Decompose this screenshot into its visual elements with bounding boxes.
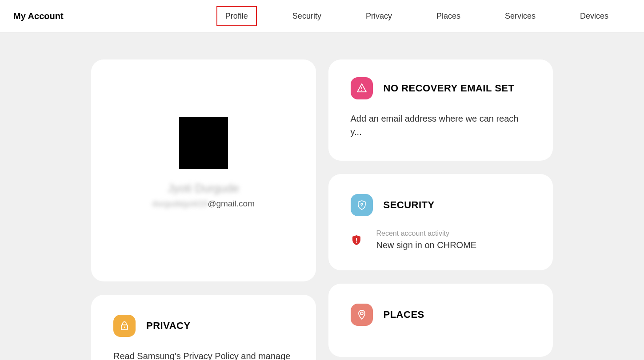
privacy-desc: Read Samsung's Privacy Policy and manage <box>113 349 294 360</box>
security-card-header: SECURITY <box>351 194 531 216</box>
profile-name: Jyoti Durgude <box>168 182 239 195</box>
tab-security[interactable]: Security <box>284 6 330 26</box>
places-card[interactable]: PLACES <box>328 284 553 357</box>
places-card-header: PLACES <box>351 304 531 326</box>
header: My Account Profile Security Privacy Plac… <box>0 0 644 33</box>
security-activity-row: Recent account activity New sign in on C… <box>351 229 531 250</box>
svg-point-4 <box>361 203 363 205</box>
recovery-title: NO RECOVERY EMAIL SET <box>384 83 515 94</box>
warning-icon <box>351 77 373 99</box>
location-pin-icon <box>351 304 373 326</box>
tab-profile[interactable]: Profile <box>216 6 257 26</box>
recovery-desc: Add an email address where we can reach … <box>351 112 531 138</box>
privacy-title: PRIVACY <box>146 320 191 332</box>
svg-point-7 <box>356 241 357 243</box>
profile-card[interactable]: Jyoti Durgude durgudejyoti19@gmail.com <box>91 59 316 281</box>
svg-point-3 <box>361 90 362 91</box>
profile-email-prefix: durgudejyoti19 <box>152 199 208 208</box>
page-title: My Account <box>13 11 64 21</box>
tab-places[interactable]: Places <box>428 6 469 26</box>
left-column: Jyoti Durgude durgudejyoti19@gmail.com P… <box>91 59 316 360</box>
right-column: NO RECOVERY EMAIL SET Add an email addre… <box>328 59 553 357</box>
tab-privacy[interactable]: Privacy <box>357 6 401 26</box>
recovery-email-card[interactable]: NO RECOVERY EMAIL SET Add an email addre… <box>328 59 553 161</box>
alert-shield-icon <box>351 234 362 246</box>
lock-icon <box>113 315 136 337</box>
tab-devices[interactable]: Devices <box>571 6 617 26</box>
shield-icon <box>351 194 373 216</box>
privacy-card[interactable]: PRIVACY Read Samsung's Privacy Policy an… <box>91 295 316 360</box>
profile-email-domain: @gmail.com <box>208 199 255 208</box>
recovery-card-header: NO RECOVERY EMAIL SET <box>351 77 531 99</box>
activity-label: Recent account activity <box>376 229 477 237</box>
svg-point-8 <box>360 312 363 315</box>
security-activity-text: Recent account activity New sign in on C… <box>376 229 477 250</box>
security-card[interactable]: SECURITY Recent account activity New sig… <box>328 174 553 270</box>
activity-value: New sign in on CHROME <box>376 240 477 250</box>
svg-point-1 <box>124 327 125 328</box>
avatar <box>179 117 228 169</box>
places-title: PLACES <box>384 309 424 320</box>
profile-email: durgudejyoti19@gmail.com <box>152 199 255 209</box>
nav: Profile Security Privacy Places Services… <box>216 6 631 26</box>
content-area: Jyoti Durgude durgudejyoti19@gmail.com P… <box>0 33 644 360</box>
tab-services[interactable]: Services <box>496 6 544 26</box>
security-title: SECURITY <box>384 199 435 211</box>
privacy-card-header: PRIVACY <box>113 315 294 337</box>
